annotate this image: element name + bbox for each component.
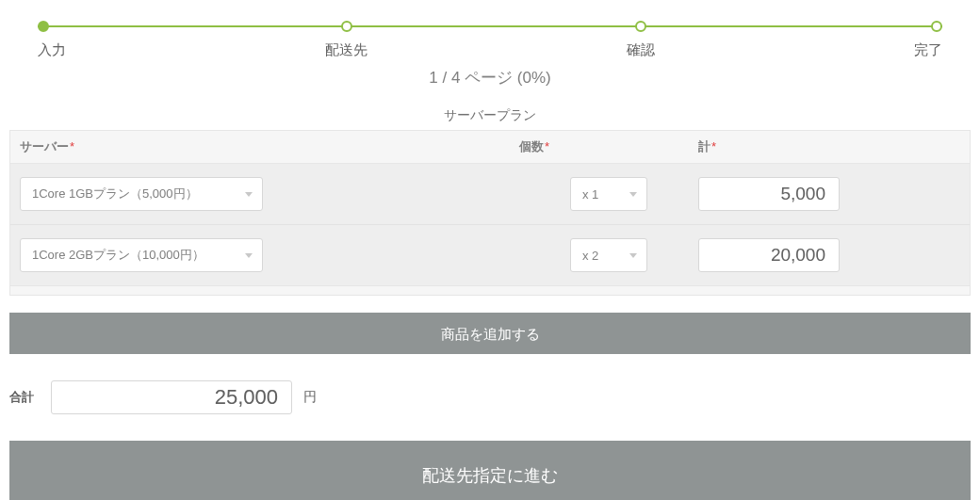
quantity-select[interactable]: x 1 (570, 177, 647, 211)
total-row: 合計 円 (9, 380, 971, 414)
progress-step-input: 入力 (38, 21, 66, 59)
server-plan-select[interactable]: 1Core 2GBプラン（10,000円） (20, 238, 263, 272)
server-plan-value: 1Core 2GBプラン（10,000円） (32, 247, 204, 264)
table-footer-strip (9, 286, 971, 296)
total-label: 合計 (9, 389, 34, 406)
col-header-subtotal-label: 計 (698, 139, 710, 153)
col-header-server: サーバー* (10, 131, 510, 163)
table-row: 1Core 1GBプラン（5,000円） x 1 (10, 164, 970, 225)
add-item-button[interactable]: 商品を追加する (9, 313, 971, 354)
col-header-qty-label: 個数 (519, 139, 544, 153)
chevron-down-icon (629, 253, 637, 258)
progress-dot (931, 21, 942, 32)
table-row: 1Core 2GBプラン（10,000円） x 2 (10, 225, 970, 285)
section-title: サーバープラン (9, 107, 971, 124)
page-indicator: 1 / 4 ページ (0%) (9, 67, 971, 89)
subtotal-input[interactable] (698, 177, 840, 211)
progress-step-label: 入力 (38, 41, 66, 59)
progress-step-label: 配送先 (325, 41, 368, 59)
server-plan-select[interactable]: 1Core 1GBプラン（5,000円） (20, 177, 263, 211)
progress-dot (635, 21, 646, 32)
progress-dot (38, 21, 49, 32)
progress-step-label: 確認 (627, 41, 655, 59)
total-unit: 円 (303, 389, 317, 406)
progress-step-done: 完了 (914, 21, 942, 59)
col-header-qty: 個数* (510, 131, 689, 163)
progress-step-shipping: 配送先 (325, 21, 368, 59)
col-header-server-label: サーバー (20, 139, 69, 153)
required-mark: * (70, 139, 74, 153)
col-header-subtotal: 計* (689, 131, 970, 163)
chevron-down-icon (629, 192, 637, 197)
table-header: サーバー* 個数* 計* (10, 131, 970, 164)
required-mark: * (545, 139, 549, 153)
subtotal-input[interactable] (698, 238, 840, 272)
required-mark: * (711, 139, 716, 153)
chevron-down-icon (245, 253, 253, 258)
quantity-value: x 2 (582, 249, 598, 263)
progress-step-label: 完了 (914, 41, 942, 59)
progress-bar: 入力 配送先 確認 完了 (38, 21, 942, 59)
total-input[interactable] (51, 380, 292, 414)
chevron-down-icon (245, 192, 253, 197)
progress-dot (341, 21, 352, 32)
progress-step-confirm: 確認 (627, 21, 655, 59)
proceed-button[interactable]: 配送先指定に進む (9, 441, 971, 500)
plan-table: サーバー* 個数* 計* 1Core 1GBプラン（5,000円） x 1 (9, 130, 971, 286)
quantity-value: x 1 (582, 187, 598, 202)
server-plan-value: 1Core 1GBプラン（5,000円） (32, 185, 198, 202)
quantity-select[interactable]: x 2 (570, 238, 647, 272)
